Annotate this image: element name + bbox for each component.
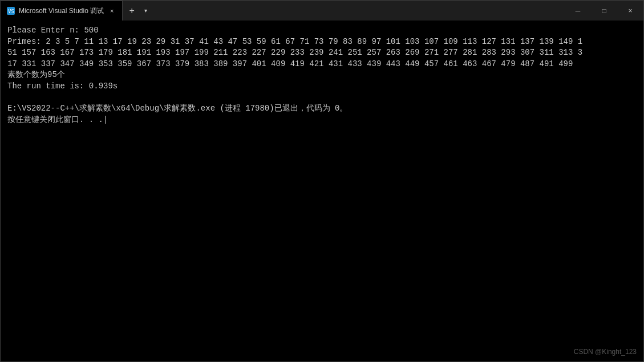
- window-controls: ─ □ ×: [565, 1, 643, 21]
- console-output: Please Enter n: 500 Primes: 2 3 5 7 11 1…: [7, 25, 637, 125]
- app-window: VS Microsoft Visual Studio 调试 × + ▾ ─ □ …: [0, 0, 644, 362]
- tab-label: Microsoft Visual Studio 调试: [19, 6, 104, 16]
- console-line-1: Please Enter n: 500: [7, 26, 99, 35]
- tab-dropdown-button[interactable]: ▾: [140, 3, 151, 19]
- new-tab-button[interactable]: +: [124, 3, 140, 19]
- tab-icon: VS: [6, 6, 15, 15]
- console-line-9: 按任意键关闭此窗口. . .|: [7, 115, 108, 124]
- console-line-4: 17 331 337 347 349 353 359 367 373 379 3…: [7, 59, 573, 68]
- console-line-6: The run time is: 0.939s: [7, 82, 118, 91]
- console-line-5: 素数个数为95个: [7, 70, 65, 79]
- tab-debug[interactable]: VS Microsoft Visual Studio 调试 ×: [1, 1, 123, 21]
- maximize-button[interactable]: □: [591, 1, 617, 21]
- close-button[interactable]: ×: [617, 1, 643, 21]
- titlebar: VS Microsoft Visual Studio 调试 × + ▾ ─ □ …: [1, 1, 643, 21]
- watermark: CSDN @Kinght_123: [574, 348, 637, 356]
- console-line-2: Primes: 2 3 5 7 11 13 17 19 23 29 31 37 …: [7, 37, 582, 46]
- tab-close-button[interactable]: ×: [107, 6, 116, 15]
- minimize-button[interactable]: ─: [565, 1, 591, 21]
- titlebar-left: VS Microsoft Visual Studio 调试 × + ▾: [1, 1, 565, 21]
- svg-text:VS: VS: [8, 9, 14, 14]
- console-area: Please Enter n: 500 Primes: 2 3 5 7 11 1…: [1, 21, 643, 361]
- console-line-3: 51 157 163 167 173 179 181 191 193 197 1…: [7, 48, 582, 57]
- console-line-8: E:\VS2022--C++\求解素数\x64\Debug\求解素数.exe (…: [7, 104, 347, 113]
